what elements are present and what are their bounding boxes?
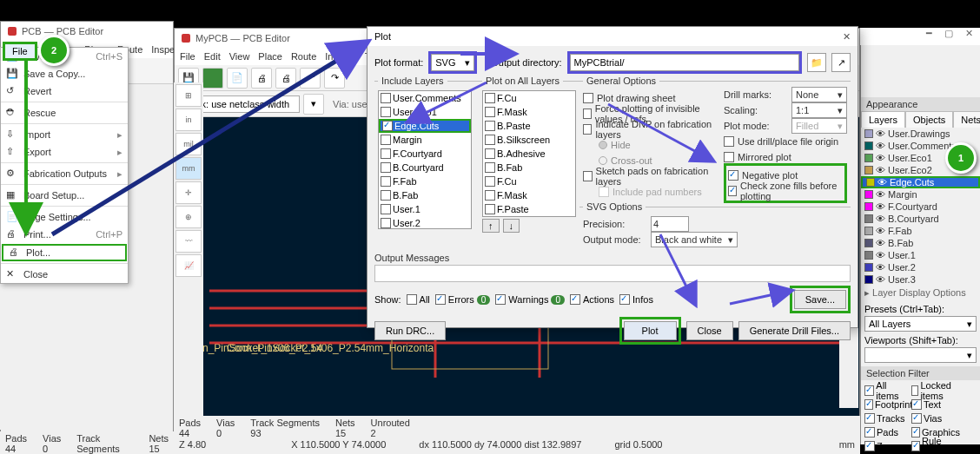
outmode-dd[interactable]: Black and white▾ (651, 232, 738, 247)
run-drc-button[interactable]: Run DRC... (374, 321, 446, 340)
menu-view[interactable]: View (229, 51, 250, 62)
filter-locked[interactable]: Locked items (911, 384, 957, 398)
show-infos[interactable]: Infos (619, 294, 653, 305)
layer-row[interactable]: 👁F.Courtyard (861, 201, 980, 213)
layer-item[interactable]: B.Silkscreen (483, 133, 575, 147)
menu-close[interactable]: ✕Close (1, 266, 128, 283)
tab-objects[interactable]: Objects (905, 111, 953, 128)
filter-pads[interactable]: Pads (864, 425, 910, 439)
menu-import[interactable]: ⇩Import▸ (1, 126, 128, 143)
move-down-icon[interactable]: ↓ (503, 219, 520, 233)
viewports-dd[interactable]: ▾ (864, 347, 977, 363)
menu-rescue[interactable]: ⛑Rescue (1, 104, 128, 122)
layer-row[interactable]: 👁B.Fab (861, 237, 980, 249)
layer-item[interactable]: B.Fab (483, 161, 575, 174)
layer-item[interactable]: F.Cu (483, 174, 575, 188)
close-button[interactable]: Close (686, 321, 733, 340)
filter-tracks[interactable]: Tracks (864, 411, 910, 425)
layer-row[interactable]: 👁F.Fab (861, 225, 980, 237)
menu-place[interactable]: Place (258, 51, 282, 62)
layer-item[interactable]: B.Courtyard (379, 161, 471, 174)
plotmode-dd[interactable]: Filled▾ (791, 118, 847, 134)
precision-input[interactable]: 4 (651, 216, 689, 232)
menu-plot[interactable]: 🖨Plot... (2, 244, 127, 261)
layer-row-edgecuts[interactable]: 👁Edge.Cuts (861, 176, 980, 188)
drill-marks-dd[interactable]: None▾ (791, 87, 847, 102)
include-layers-list[interactable]: User.Comments User.Eco1 Edge.Cuts Margin… (378, 90, 472, 229)
menu-inspect[interactable]: Inspect (325, 51, 355, 62)
filter-vias[interactable]: Vias (911, 411, 957, 425)
gen-drill-button[interactable]: Generate Drill Files... (738, 321, 851, 340)
move-up-icon[interactable]: ↑ (482, 219, 500, 233)
menu-print[interactable]: 🖨Print...Ctrl+P (1, 226, 128, 243)
menu-page-settings[interactable]: 📄Page Settings... (1, 208, 128, 226)
show-errors[interactable]: Errors0 (435, 294, 491, 305)
filter-all[interactable]: All items (864, 384, 910, 398)
polar-icon[interactable]: ⊕ (175, 206, 202, 228)
presets-dd[interactable]: All Layers▾ (864, 316, 977, 332)
via-dd[interactable]: ▾ (303, 94, 324, 115)
output-dir-input[interactable]: MyPCBtrial/ (570, 54, 799, 71)
plot-format-dropdown[interactable]: SVG▾ (431, 54, 474, 71)
tab-layers[interactable]: Layers (861, 111, 905, 128)
layer-item[interactable]: F.Mask (483, 188, 575, 202)
filter-text[interactable]: Text (911, 398, 957, 411)
layer-item[interactable]: Margin (379, 133, 471, 147)
layer-row[interactable]: 👁B.Courtyard (861, 213, 980, 225)
layer-item[interactable]: B.Paste (483, 119, 575, 133)
layer-item[interactable]: F.Cu (483, 91, 575, 105)
show-all[interactable]: All (407, 294, 430, 305)
layer-item[interactable]: User.2 (379, 216, 471, 229)
open-dir-icon[interactable]: ↗ (831, 53, 851, 72)
layer-item[interactable]: B.Adhesive (483, 147, 575, 161)
layer-item[interactable]: F.Courtyard (379, 147, 471, 161)
graph-icon[interactable]: 📈 (175, 254, 202, 277)
layer-item[interactable]: User.Eco1 (379, 105, 471, 119)
layer-item[interactable]: F.Mask (483, 105, 575, 119)
redo-icon[interactable]: ↷ (324, 68, 345, 89)
layer-item[interactable]: User.Comments (379, 91, 471, 105)
ratsnest-icon[interactable]: 〰 (175, 230, 202, 253)
scaling-dd[interactable]: 1:1▾ (791, 102, 847, 118)
grid-icon[interactable]: ⊞ (175, 84, 202, 107)
filter-zones[interactable]: Zones (864, 439, 910, 453)
menu-revert[interactable]: ↺Revert (1, 82, 128, 100)
filter-footprints[interactable]: Footprints (864, 398, 910, 411)
plot-on-list[interactable]: F.Cu F.Mask B.Paste B.Silkscreen B.Adhes… (482, 90, 576, 217)
layer-row[interactable]: 👁User.3 (861, 273, 980, 286)
menu-edit[interactable]: Edit (204, 51, 221, 62)
tab-nets[interactable]: Nets (953, 111, 980, 128)
save-button[interactable]: Save... (794, 290, 846, 309)
close-icon[interactable]: ✕ (843, 31, 851, 43)
menu-export[interactable]: ⇧Export▸ (1, 143, 128, 161)
layer-row[interactable]: 👁User.Drawings (861, 128, 980, 140)
close-icon[interactable]: ✕ (965, 28, 973, 45)
units-in-icon[interactable]: in (175, 109, 202, 131)
layer-item[interactable]: F.Fab (379, 174, 471, 188)
file-tab-open[interactable]: File (3, 42, 37, 61)
layer-row[interactable]: 👁Margin (861, 188, 980, 201)
units-mm-icon[interactable]: mm (175, 157, 202, 180)
menu-save-copy[interactable]: 💾Save a Copy... (1, 65, 128, 82)
page-icon[interactable]: 📄 (227, 68, 248, 89)
menu-board-setup[interactable]: ▦Board Setup... (1, 187, 128, 204)
layer-row[interactable]: 👁User.2 (861, 261, 980, 273)
opt-checkzone[interactable]: Check zone fills before plotting (728, 183, 843, 199)
show-warnings[interactable]: Warnings0 (495, 294, 565, 305)
cursor-icon[interactable]: ✛ (175, 181, 202, 204)
layer-display-options[interactable]: ▸ Layer Display Options (861, 286, 980, 300)
menu-route[interactable]: Route (291, 51, 316, 62)
minimize-icon[interactable]: ━ (926, 28, 932, 45)
menu-fabrication[interactable]: ⚙Fabrication Outputs▸ (1, 165, 128, 182)
layer-item-edgecuts[interactable]: Edge.Cuts (379, 119, 471, 133)
maximize-icon[interactable]: ▢ (944, 28, 953, 45)
print-icon[interactable]: 🖨 (251, 68, 272, 89)
layer-row[interactable]: 👁User.1 (861, 249, 980, 261)
opt-use-drill[interactable]: Use drill/place file origin (724, 134, 847, 149)
browse-dir-icon[interactable]: 📁 (807, 53, 826, 72)
opt-sketch-pads[interactable]: Sketch pads on fabrication layers (583, 168, 717, 184)
layer-item[interactable]: B.Fab (379, 188, 471, 202)
plot-button[interactable]: Plot (624, 321, 677, 340)
show-actions[interactable]: Actions (570, 294, 614, 305)
board-setup-icon[interactable] (202, 68, 223, 89)
